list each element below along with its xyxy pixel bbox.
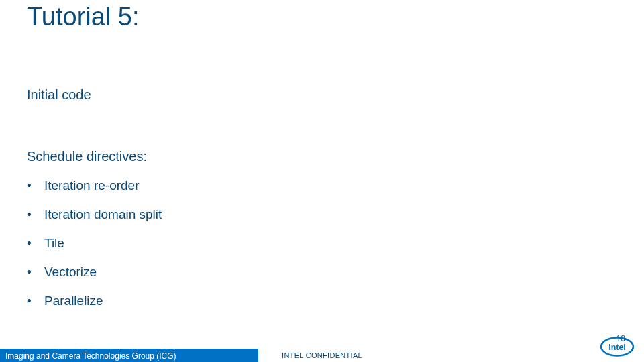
list-item: Iteration domain split [27,207,162,222]
footer-left-bar: Imaging and Camera Technologies Group (I… [0,349,258,362]
list-item: Parallelize [27,294,162,308]
subheading-schedule-directives: Schedule directives: [27,149,147,164]
bullet-list: Iteration re-order Iteration domain spli… [27,178,162,322]
list-item: Vectorize [27,265,162,280]
footer-confidential: INTEL CONFIDENTIAL [282,351,362,359]
list-item: Tile [27,236,162,251]
list-item: Iteration re-order [27,178,162,193]
subheading-initial-code: Initial code [27,87,91,103]
intel-logo-icon: intel [600,335,635,358]
slide-title: Tutorial 5: [27,3,140,32]
svg-text:intel: intel [608,343,626,352]
